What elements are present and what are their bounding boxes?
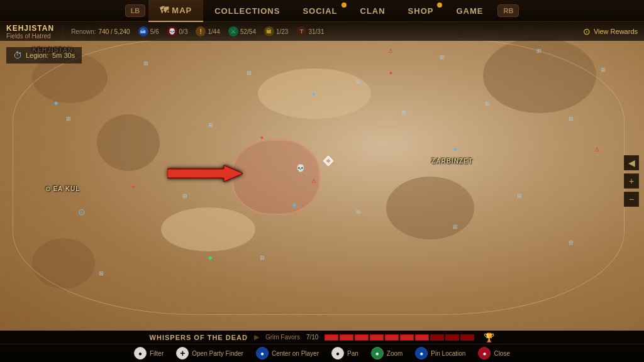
bottom-bar: WHISPERS OF THE DEAD ▶ Grim Favors 7/10 … (0, 331, 644, 362)
control-filter[interactable]: ● Filter (134, 347, 164, 359)
filter-label: Filter (150, 350, 164, 357)
favor-pip-10 (460, 334, 474, 341)
party-finder-btn[interactable]: + (176, 347, 189, 359)
map-icon-waypoint-3[interactable]: ✦ (451, 145, 460, 154)
map-icon-waypoint-ea-kul[interactable]: ⊙ (77, 207, 86, 216)
map-icon-dungeon-12[interactable]: ⊞ (180, 192, 189, 200)
nav-item-map[interactable]: 🗺 MAP (148, 0, 203, 22)
map-zoom-in-button[interactable]: + (624, 173, 639, 189)
stat-events: ! 1/44 (196, 26, 219, 36)
view-rewards-button[interactable]: ⊙ View Rewards (583, 26, 638, 36)
terrain-patch-5 (32, 238, 95, 288)
control-close[interactable]: ● Close (478, 347, 510, 359)
map-icon-dungeon-4[interactable]: ⊞ (438, 53, 447, 62)
filter-btn[interactable]: ● (134, 347, 147, 359)
map-icon-dungeon-3[interactable]: ⊞ (354, 77, 363, 86)
social-badge (341, 3, 347, 8)
map-icon-boss-3[interactable]: ⚠ (309, 177, 318, 185)
nav-item-shop[interactable]: SHOP (397, 0, 445, 22)
map-icon-dungeon-18[interactable]: ⊞ (258, 253, 267, 262)
map-icon-dungeon-5[interactable]: ⊞ (535, 47, 543, 55)
favor-pip-1 (325, 334, 338, 341)
map-icon-boss-4[interactable]: 💀 (296, 164, 305, 173)
grim-favors-label: Grim Favors (265, 334, 300, 341)
map-icon-dungeon-17[interactable]: ⊞ (97, 269, 106, 278)
rewards-coin-icon: ⊙ (583, 26, 591, 36)
legion-timer: ⏱ Legion: 5m 30s (6, 47, 82, 63)
pan-btn[interactable]: ● (331, 347, 344, 359)
waypoints-value: 5/6 (150, 28, 159, 35)
map-icon-event-1[interactable]: ● (258, 133, 267, 142)
trophy-icon: 🏆 (484, 332, 494, 343)
map-icon-dungeon-13[interactable]: ⊞ (354, 207, 363, 216)
stat-shrines: T 31/31 (296, 26, 324, 36)
map-icon-dungeon-6[interactable]: ⊞ (599, 65, 608, 74)
region-name: KEHJISTAN (6, 24, 54, 33)
renown-label: Renown: (71, 28, 96, 35)
map-label-zarbinzet: ZARBINZET (431, 158, 473, 165)
stat-dungeons: 💀 0/3 (167, 26, 188, 36)
map-icon-boss-2[interactable]: ⚠ (592, 145, 601, 154)
map-icon-dungeon-10[interactable]: ⊞ (483, 99, 492, 108)
control-zoom[interactable]: ● Zoom (371, 347, 403, 359)
stat-strongholds: 🏛 1/23 (264, 26, 288, 36)
nav-collections-label: COLLECTIONS (214, 6, 280, 16)
control-center[interactable]: ● Center on Player (256, 347, 319, 359)
pin-btn[interactable]: ● (415, 347, 428, 359)
divider-char: ▶ (254, 333, 259, 341)
map-icon-dungeon-7[interactable]: ⊞ (64, 114, 73, 123)
map-container[interactable]: KEHJISTAN ⊙ EA KUL ZARBINZET ⊞ ⊞ ⊞ ⊞ ⊞ ⊞… (0, 22, 644, 331)
favor-pip-8 (430, 334, 444, 341)
map-icon-dungeon-11[interactable]: ⊞ (567, 114, 575, 123)
map-icon-event-3[interactable]: ● (386, 69, 395, 77)
renown-value: 740 / 5,240 (99, 28, 130, 35)
control-pin[interactable]: ● Pin Location (415, 347, 465, 359)
legion-timer-value: 5m 30s (52, 52, 75, 59)
map-label-ea-kul: ⊙ EA KUL (45, 185, 80, 192)
nav-shop-label: SHOP (408, 6, 434, 16)
view-rewards-label: View Rewards (594, 28, 638, 35)
rb-button[interactable]: RB (497, 4, 519, 17)
map-icon-dungeon-2[interactable]: ⊞ (245, 69, 253, 77)
region-info: KEHJISTAN Fields of Hatred (6, 24, 54, 40)
player-marker (322, 155, 335, 170)
map-icon-dungeon-8[interactable]: ⊞ (206, 121, 215, 129)
nav-item-game[interactable]: GAME (445, 0, 494, 22)
map-icon-dungeon-14[interactable]: ⊞ (451, 222, 460, 231)
map-zoom-out-button[interactable]: − (624, 192, 639, 207)
info-bar: KEHJISTAN Fields of Hatred Renown: 740 /… (0, 22, 644, 41)
dungeons-value: 0/3 (179, 28, 188, 35)
map-icon-dungeon-9[interactable]: ⊞ (399, 108, 408, 117)
map-icon-event-2[interactable]: ● (129, 182, 138, 191)
control-party-finder[interactable]: + Open Party Finder (176, 347, 243, 359)
lb-button[interactable]: LB (125, 4, 146, 17)
map-icon-waypoint-2[interactable]: ✦ (309, 90, 318, 99)
zoom-btn[interactable]: ● (371, 347, 384, 359)
shrines-value: 31/31 (308, 28, 324, 35)
favor-bar (325, 334, 474, 341)
favor-pip-6 (400, 334, 414, 341)
zoom-label: Zoom (387, 350, 403, 357)
close-btn[interactable]: ● (478, 347, 491, 359)
nav-item-collections[interactable]: COLLECTIONS (203, 0, 291, 22)
map-icon-waypoint-4[interactable]: ✦ (290, 201, 299, 210)
terrain-light-2 (161, 207, 255, 251)
nav-item-clan[interactable]: CLAN (349, 0, 397, 22)
map-icon-dungeon-1[interactable]: ⊞ (142, 59, 150, 68)
legion-icon: ⏱ (13, 50, 22, 60)
battles-icon: ⚔ (228, 26, 238, 36)
map-back-button[interactable]: ◀ (624, 155, 639, 170)
nav-item-social[interactable]: SOCIAL (291, 0, 348, 22)
map-icon-dungeon-16[interactable]: ⊞ (567, 238, 575, 247)
map-icon-dungeon-15[interactable]: ⊞ (515, 192, 524, 200)
map-icon-poe-1[interactable]: ◆ (206, 253, 215, 262)
nav-map-icon: 🗺 (160, 5, 169, 15)
nav-clan-label: CLAN (360, 6, 386, 16)
map-icon-waypoint-1[interactable]: ✦ (52, 99, 60, 108)
waypoints-icon: 🏔 (138, 26, 148, 36)
svg-marker-0 (167, 165, 243, 182)
favor-pip-3 (355, 334, 369, 341)
map-icon-boss-1[interactable]: ⚠ (386, 47, 395, 55)
center-btn[interactable]: ● (256, 347, 269, 359)
control-pan[interactable]: ● Pan (331, 347, 358, 359)
